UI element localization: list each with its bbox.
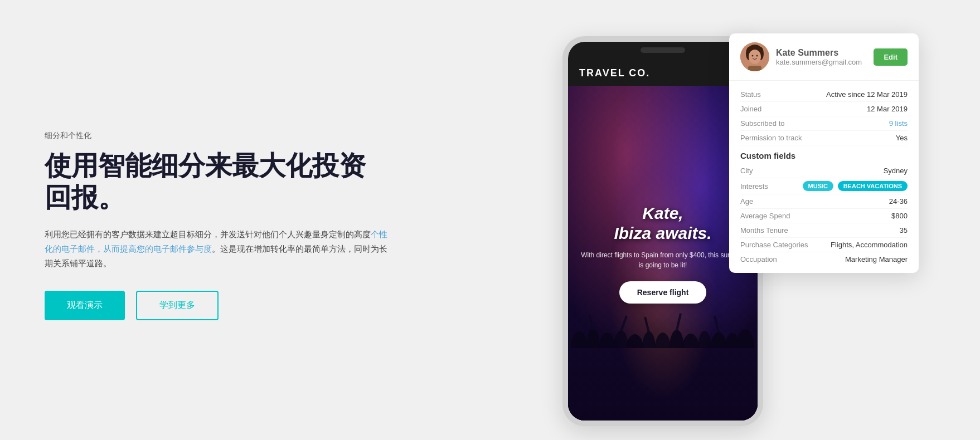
btn-group: 观看演示 学到更多 [45,291,390,320]
card-row-permission: Permission to track Yes [740,131,908,145]
occupation-value: Marketing Manager [845,255,908,263]
svg-line-13 [589,315,593,330]
card-row-occupation: Occupation Marketing Manager [740,252,908,266]
card-row-subscribed: Subscribed to 9 lists [740,116,908,131]
interests-label: Interests [740,182,768,190]
watch-demo-button[interactable]: 观看演示 [45,291,125,320]
tag-music: MUSIC [803,181,833,191]
svg-point-7 [669,330,684,348]
svg-point-10 [711,332,726,348]
subscribed-value[interactable]: 9 lists [889,119,908,128]
card-row-age: Age 24-36 [740,194,908,209]
svg-line-16 [677,314,681,330]
card-header: Kate Summers kate.summers@gmail.com Edit [729,33,919,81]
svg-point-12 [736,329,754,348]
svg-point-0 [571,331,588,348]
tenure-label: Months Tenure [740,226,788,234]
age-value: 24-36 [889,197,908,206]
svg-line-15 [645,317,649,333]
card-user-name: Kate Summers [776,48,874,58]
card-user-email: kate.summers@gmail.com [776,58,874,66]
card-row-tenure: Months Tenure 35 [740,223,908,238]
right-content: TRAVEL CO. [390,0,935,440]
svg-point-9 [698,331,711,348]
main-heading: 使用智能细分来最大化投资回报。 [45,150,390,214]
email-subtext: With direct flights to Spain from only $… [579,250,746,270]
card-body: Status Active since 12 Mar 2019 Joined 1… [729,81,919,273]
svg-line-17 [715,316,719,333]
city-value: Sydney [884,167,908,175]
age-label: Age [740,197,753,206]
reserve-flight-button[interactable]: Reserve flight [619,281,707,304]
svg-point-4 [627,334,643,348]
description-text-1: 利用您已经拥有的客户数据来建立超目标细分，并发送针对他们个人兴趣量身定制的高度 [45,229,371,239]
card-user-info: Kate Summers kate.summers@gmail.com [769,48,874,66]
learn-more-button[interactable]: 学到更多 [136,291,219,320]
tag-beach-vacations: BEACH VACATIONS [838,181,908,191]
svg-point-2 [599,333,615,348]
email-tagline: Kate,Ibiza awaits. [614,203,711,243]
tenure-value: 35 [900,226,908,234]
permission-label: Permission to track [740,134,802,142]
card-row-purchase: Purchase Categories Flights, Accommodati… [740,238,908,252]
svg-point-5 [642,331,656,348]
status-label: Status [740,90,761,99]
status-value: Active since 12 Mar 2019 [826,90,908,99]
notch-bar [641,47,685,53]
city-label: City [740,167,753,175]
custom-fields-title: Custom fields [740,145,908,164]
edit-button[interactable]: Edit [874,48,908,66]
purchase-label: Purchase Categories [740,241,808,249]
svg-rect-26 [748,66,761,71]
permission-value: Yes [896,134,908,142]
subscribed-label: Subscribed to [740,119,785,128]
purchase-value: Flights, Accommodation [831,241,908,249]
svg-point-22 [749,50,761,64]
joined-value: 12 Mar 2019 [867,105,908,113]
interests-value: MUSIC BEACH VACATIONS [801,181,908,191]
card-row-status: Status Active since 12 Mar 2019 [740,87,908,102]
page-wrapper: 细分和个性化 使用智能细分来最大化投资回报。 利用您已经拥有的客户数据来建立超目… [0,0,980,440]
svg-point-24 [756,55,758,57]
card-row-spend: Average Spend $800 [740,209,908,223]
left-content: 细分和个性化 使用智能细分来最大化投资回报。 利用您已经拥有的客户数据来建立超目… [45,120,390,321]
card-row-interests: Interests MUSIC BEACH VACATIONS [740,178,908,194]
svg-point-3 [614,330,628,348]
spend-value: $800 [891,212,908,220]
description: 利用您已经拥有的客户数据来建立超目标细分，并发送针对他们个人兴趣量身定制的高度个… [45,227,390,271]
joined-label: Joined [740,105,761,113]
svg-point-23 [752,55,754,57]
card-row-joined: Joined 12 Mar 2019 [740,102,908,116]
crowd-svg [568,304,758,348]
svg-point-6 [655,333,671,348]
spend-label: Average Spend [740,212,790,220]
card-row-city: City Sydney [740,164,908,178]
avatar [740,42,769,71]
svg-point-8 [682,334,699,348]
tag-label: 细分和个性化 [45,131,390,141]
profile-card: Kate Summers kate.summers@gmail.com Edit… [729,33,919,273]
svg-line-14 [621,316,627,331]
svg-point-1 [586,329,600,348]
